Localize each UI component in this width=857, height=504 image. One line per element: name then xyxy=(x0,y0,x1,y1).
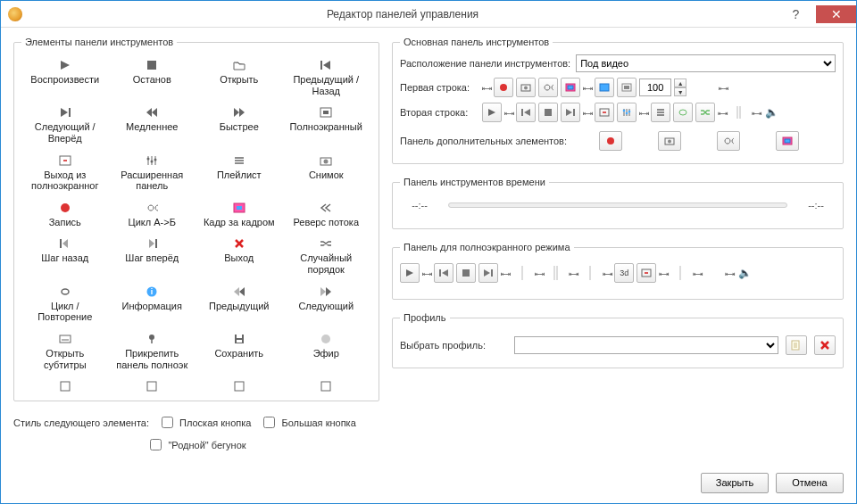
record-button[interactable] xyxy=(494,78,513,97)
zoom-down[interactable]: ▼ xyxy=(674,87,686,96)
fullscreen-button[interactable] xyxy=(595,78,614,97)
tool-item-label: Шаг вперёд xyxy=(125,252,179,264)
tool-item-quality[interactable]: Качество xyxy=(21,376,109,393)
svg-rect-5 xyxy=(69,108,71,117)
extra-loop-ab-button[interactable] xyxy=(717,131,740,151)
zoom-up[interactable]: ▲ xyxy=(674,78,686,87)
zoom-input[interactable] xyxy=(639,78,671,96)
svg-marker-28 xyxy=(62,239,68,248)
tool-item-record[interactable]: Запись xyxy=(21,197,109,232)
tool-item-air[interactable]: Эфир xyxy=(283,328,370,374)
fs-exit-button[interactable] xyxy=(637,263,656,283)
tool-item-skip-prev[interactable]: Предыдущий xyxy=(196,281,283,326)
position-select[interactable]: Под видео xyxy=(576,54,836,72)
tool-item-save[interactable]: Сохранить xyxy=(196,328,283,374)
tool-item-play[interactable]: Воспроизвести xyxy=(21,54,109,100)
dialog-footer: Закрыть Отмена xyxy=(1,462,856,503)
tool-item-skip[interactable]: Пропустить xyxy=(109,376,196,393)
svg-marker-8 xyxy=(234,108,239,117)
exit-fs-button[interactable] xyxy=(595,103,614,122)
tool-item-fullscreen[interactable]: Полноэкранный xyxy=(283,102,370,147)
loop-button[interactable] xyxy=(673,103,693,122)
shuffle-button[interactable] xyxy=(695,103,715,122)
draggable-separator[interactable] xyxy=(729,103,749,122)
tool-item-loop[interactable]: Цикл / Повторение xyxy=(21,281,109,326)
tool-item-step-back[interactable]: Шаг назад xyxy=(21,233,109,278)
tool-item-slower[interactable]: Медленнее xyxy=(109,102,196,147)
tool-item-label: Расширенная панель xyxy=(111,169,195,192)
time-slider[interactable] xyxy=(448,202,787,208)
tool-item-reverse[interactable]: Реверс потока xyxy=(283,197,370,232)
fs-separator3[interactable] xyxy=(580,263,600,283)
help-button[interactable]: ? xyxy=(776,5,816,23)
big-button-checkbox[interactable]: Большая кнопка xyxy=(260,414,355,431)
tool-item-subs[interactable]: Открыть субтитры xyxy=(21,328,109,374)
svg-point-53 xyxy=(524,87,528,90)
tool-item-exit-fs[interactable]: Выход из полноэкранног xyxy=(21,150,109,195)
tool-item-goto[interactable]: Перейти на xyxy=(196,376,283,393)
fs-prev-button[interactable] xyxy=(434,263,453,283)
tool-item-next[interactable]: Следующий / Вперёд xyxy=(21,102,109,147)
toolbar-items-grid[interactable]: ВоспроизвестиОстановОткрытьПредыдущий / … xyxy=(21,54,371,393)
tool-item-faster[interactable]: Быстрее xyxy=(196,102,283,147)
tool-item-info[interactable]: iИнформация xyxy=(109,281,196,326)
tool-item-loop-ab[interactable]: Цикл A->Б xyxy=(109,197,196,232)
stop-button[interactable] xyxy=(538,103,558,122)
tool-item-quit[interactable]: Выход xyxy=(196,233,283,278)
svg-point-46 xyxy=(321,335,330,343)
prev-button[interactable] xyxy=(516,103,536,122)
close-button[interactable]: Закрыть xyxy=(701,473,769,493)
frame-button[interactable] xyxy=(561,78,580,97)
extra-snapshot-button[interactable] xyxy=(658,131,681,151)
tool-item-snapshot[interactable]: Снимок xyxy=(283,150,370,195)
profile-select[interactable] xyxy=(514,336,778,354)
flat-button-check[interactable] xyxy=(162,417,173,428)
tool-item-pin[interactable]: Прикрепить панель полноэк xyxy=(109,328,196,374)
snapshot-button[interactable] xyxy=(516,78,536,97)
tool-item-step-fwd[interactable]: Шаг вперёд xyxy=(109,233,196,278)
svg-rect-48 xyxy=(147,382,156,391)
next-button[interactable] xyxy=(561,103,580,122)
close-window-button[interactable]: ✕ xyxy=(816,5,856,23)
tool-item-playlist[interactable]: Плейлист xyxy=(196,150,283,195)
svg-rect-27 xyxy=(60,239,62,248)
tool-item-label: Открыть субтитры xyxy=(23,348,107,370)
loop-icon xyxy=(55,285,75,299)
toolbar-items-legend: Элементы панели инструментов xyxy=(21,37,177,47)
tool-item-prev[interactable]: Предыдущий / Назад xyxy=(283,54,370,100)
svg-point-70 xyxy=(626,112,628,115)
tool-item-label: Предыдущий xyxy=(209,301,269,312)
native-slider-checkbox[interactable]: "Родной" бегунок xyxy=(146,436,245,453)
native-slider-check[interactable] xyxy=(150,439,162,450)
tool-item-eq[interactable]: Расширенная панель xyxy=(109,150,196,195)
fs-separator4[interactable] xyxy=(670,263,690,283)
flat-button-checkbox[interactable]: Плоская кнопка xyxy=(158,414,251,431)
quit-icon xyxy=(229,236,249,251)
extra-record-button[interactable] xyxy=(599,131,622,151)
fs-next-button[interactable] xyxy=(478,263,498,283)
fs-play-button[interactable] xyxy=(400,263,420,283)
next-icon xyxy=(55,105,75,120)
tool-item-stop[interactable]: Останов xyxy=(109,54,196,100)
tool-item-skip-next[interactable]: Следующий xyxy=(283,281,370,326)
tool-item-open[interactable]: Открыть xyxy=(196,54,283,100)
loop-ab-button[interactable] xyxy=(538,78,558,97)
eq-button[interactable] xyxy=(617,103,637,122)
exit-fullscreen-button[interactable] xyxy=(617,78,637,97)
play-button[interactable] xyxy=(482,103,502,122)
profile-delete-button[interactable] xyxy=(814,335,836,355)
fs-3d-button[interactable]: 3d xyxy=(614,263,634,283)
tool-item-disable[interactable]: Отключить xyxy=(283,376,370,393)
profile-new-button[interactable] xyxy=(786,335,807,355)
big-button-check[interactable] xyxy=(263,417,275,428)
row1-label: Первая строка: xyxy=(400,82,477,93)
extra-frame-button[interactable] xyxy=(776,131,799,151)
playlist-button[interactable] xyxy=(651,103,670,122)
tool-item-frame[interactable]: Кадр за кадром xyxy=(196,197,283,232)
tool-item-shuffle[interactable]: Случайный порядок xyxy=(283,233,370,278)
faster-icon xyxy=(229,105,249,120)
fs-separator1[interactable] xyxy=(512,263,532,283)
fs-separator2[interactable] xyxy=(546,263,566,283)
cancel-button[interactable]: Отмена xyxy=(776,473,844,493)
fs-stop-button[interactable] xyxy=(456,263,476,283)
